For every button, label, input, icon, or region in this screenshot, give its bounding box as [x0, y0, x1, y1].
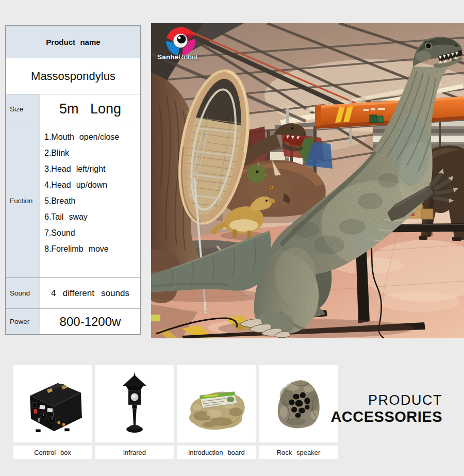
power-label: Power — [6, 309, 40, 334]
function-item: 7.Sound — [44, 225, 75, 241]
function-item: 1.Mouth open/close — [44, 129, 119, 145]
power-value: 800-1200w — [40, 309, 140, 334]
product-name-value: Massospondylus — [31, 70, 115, 83]
function-label: Fuction — [6, 124, 40, 277]
accessory-card-control-box: Control box — [13, 365, 92, 459]
sanhe-robot-logo-text: SanheRobot — [157, 53, 198, 61]
accessories-cards: Control box infrared — [13, 365, 338, 459]
accessory-card-rock-speaker: Rock speaker — [259, 365, 338, 459]
infrared-sensor-image — [95, 365, 174, 442]
spec-table-header-label: Product name — [46, 38, 100, 46]
function-row: Fuction 1.Mouth open/close 2.Blink 3.Hea… — [6, 124, 140, 277]
factory-photo-illustration — [151, 23, 464, 338]
logo-text-bold: Sanhe — [157, 53, 179, 61]
sound-value: 4 different sounds — [40, 278, 140, 308]
factory-photo: SanheRobot — [151, 23, 464, 338]
size-value: 5m Long — [40, 94, 140, 124]
accessory-caption: Rock speaker — [259, 446, 338, 459]
introduction-board-image — [177, 365, 256, 442]
accessory-caption: infrared — [95, 446, 174, 459]
infrared-sensor-icon — [98, 368, 171, 440]
power-row: Power 800-1200w — [6, 308, 140, 334]
product-name-row: Massospondylus — [6, 58, 140, 94]
control-box-icon — [16, 368, 89, 440]
accessory-caption: Control box — [13, 446, 92, 459]
accessory-caption: introduction board — [177, 446, 256, 459]
function-item: 4.Head up/down — [44, 177, 107, 193]
size-label: Size — [6, 94, 40, 124]
accessories-title: PRODUCT ACCESSORIES — [330, 393, 442, 424]
function-item: 8.Forelimb move — [44, 241, 109, 257]
function-item: 5.Breath — [44, 193, 75, 209]
spec-table: Product name Massospondylus Size 5m Long… — [5, 25, 141, 335]
rock-speaker-icon — [262, 368, 335, 440]
sound-label: Sound — [6, 278, 40, 308]
function-item: 6.Tail sway — [44, 209, 88, 225]
logo-text-regular: Robot — [179, 53, 198, 61]
spec-table-header: Product name — [6, 26, 140, 58]
accessory-card-introduction-board: introduction board — [177, 365, 256, 459]
accessories-title-line1: PRODUCT — [330, 393, 442, 407]
introduction-board-icon — [180, 368, 253, 440]
control-box-image — [13, 365, 92, 442]
function-item: 2.Blink — [44, 145, 69, 161]
accessories-title-line2: ACCESSORIES — [330, 409, 442, 424]
rock-speaker-image — [259, 365, 338, 442]
sound-row: Sound 4 different sounds — [6, 277, 140, 308]
accessory-card-infrared: infrared — [95, 365, 174, 459]
function-item: 3.Head left/right — [44, 161, 106, 177]
function-list: 1.Mouth open/close 2.Blink 3.Head left/r… — [40, 124, 140, 277]
size-row: Size 5m Long — [6, 94, 140, 124]
